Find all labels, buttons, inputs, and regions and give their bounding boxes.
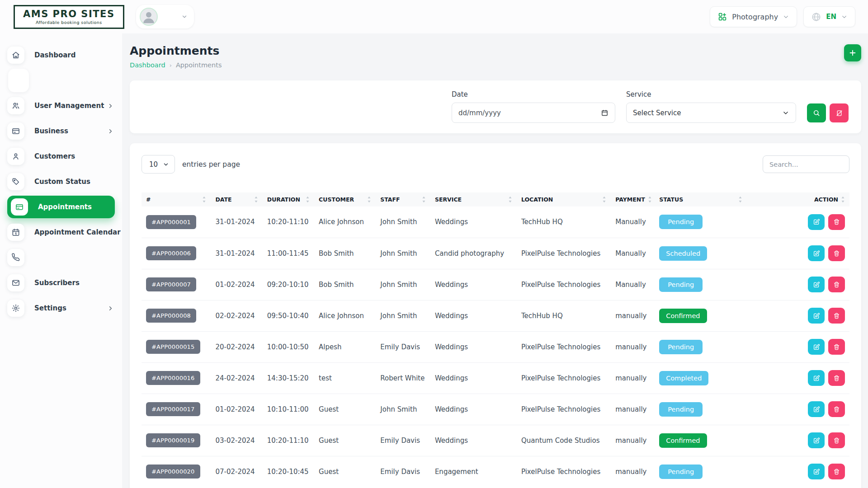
edit-button[interactable] <box>808 432 825 448</box>
chevron-down-icon <box>782 109 789 117</box>
edit-icon <box>813 375 820 382</box>
sidebar-item-subscribers[interactable]: Subscribers <box>0 270 122 296</box>
cell-id: #APP0000017 <box>142 394 211 425</box>
cell-payment: manually <box>611 331 655 362</box>
category-dropdown-label: Photography <box>732 13 778 21</box>
sidebar-item-settings[interactable]: Settings <box>0 296 122 321</box>
sidebar-item-custom-status[interactable]: Custom Status <box>0 169 122 194</box>
sidebar-item-appointments[interactable]: Appointments <box>7 196 115 218</box>
calendar-icon[interactable] <box>601 109 609 117</box>
column-header-service[interactable]: SERVICE <box>430 192 517 206</box>
trash-icon <box>833 406 840 413</box>
cell-payment: manually <box>611 300 655 331</box>
service-field: Service Select Service <box>626 90 796 123</box>
delete-button[interactable] <box>828 308 845 324</box>
user-menu[interactable] <box>136 5 194 28</box>
column-header-staff[interactable]: STAFF <box>376 192 430 206</box>
add-appointment-button[interactable] <box>844 44 861 61</box>
delete-button[interactable] <box>828 432 845 448</box>
cell-actions <box>747 425 849 456</box>
delete-button[interactable] <box>828 401 845 417</box>
cell-service: Weddings <box>430 269 517 300</box>
appointment-id-badge: #APP0000020 <box>146 465 200 479</box>
language-dropdown[interactable]: EN <box>803 6 855 27</box>
table-search-input[interactable] <box>763 155 849 173</box>
edit-icon <box>813 218 820 225</box>
edit-button[interactable] <box>808 401 825 417</box>
trash-icon <box>833 468 840 475</box>
appointment-id-badge: #APP000008 <box>146 309 196 323</box>
trash-icon <box>833 343 840 351</box>
sidebar-item-contacts[interactable]: Contacts <box>0 245 122 270</box>
edit-button[interactable] <box>808 339 825 355</box>
column-header-payment[interactable]: PAYMENT <box>611 192 655 206</box>
cell-actions <box>747 269 849 300</box>
breadcrumb-dashboard-link[interactable]: Dashboard <box>130 61 165 69</box>
table-row: #APP000001520-02-202410:00-10:50AlpeshEm… <box>142 331 849 362</box>
edit-icon <box>813 437 820 444</box>
cell-location: PixelPulse Technologies <box>517 269 611 300</box>
edit-button[interactable] <box>808 464 825 479</box>
plus-icon <box>848 48 857 57</box>
language-dropdown-label: EN <box>826 13 836 21</box>
status-badge: Scheduled <box>659 246 707 261</box>
cell-customer: Bob Smith <box>314 269 376 300</box>
cell-service: Weddings <box>430 331 517 362</box>
mail-icon <box>7 274 24 291</box>
cell-id: #APP0000015 <box>142 331 211 362</box>
cell-actions <box>747 394 849 425</box>
column-header-location[interactable]: LOCATION <box>517 192 611 206</box>
cell-location: TechHub HQ <box>517 206 611 238</box>
service-select-value: Select Service <box>633 109 681 117</box>
sidebar-item-customers[interactable]: Customers <box>0 144 122 169</box>
edit-button[interactable] <box>808 277 825 292</box>
sort-arrows-icon <box>738 196 742 203</box>
edit-button[interactable] <box>808 214 825 230</box>
cell-duration: 10:00-10:50 <box>263 331 314 362</box>
column-header-date[interactable]: DATE <box>211 192 262 206</box>
column-header-customer[interactable]: CUSTOMER <box>314 192 376 206</box>
appointment-id-badge: #APP0000016 <box>146 371 200 385</box>
table-row: #APP000001624-02-202414:30-15:20testRobe… <box>142 362 849 394</box>
table-row: #APP00000701-02-202409:20-10:10Bob Smith… <box>142 269 849 300</box>
column-header-duration[interactable]: DURATION <box>263 192 314 206</box>
table-body: #APP00000131-01-202410:20-11:10Alice Joh… <box>142 206 849 487</box>
filter-search-button[interactable] <box>807 103 826 122</box>
category-dropdown[interactable]: Photography <box>710 6 797 27</box>
table-row: #APP000002007-02-202410:20-10:45GuestEmi… <box>142 456 849 487</box>
sidebar-item-appointment-calendar[interactable]: Appointment Calendar <box>0 220 122 245</box>
delete-button[interactable] <box>828 370 845 386</box>
column-header-status[interactable]: STATUS <box>655 192 747 206</box>
page-title: Appointments <box>130 44 222 57</box>
column-header-action[interactable]: ACTION <box>747 192 849 206</box>
sidebar-item-label: Settings <box>34 304 66 312</box>
cell-date: 24-02-2024 <box>211 362 262 394</box>
edit-button[interactable] <box>808 370 825 386</box>
delete-button[interactable] <box>828 464 845 479</box>
sidebar-item-dashboard[interactable]: Dashboard <box>0 42 122 68</box>
edit-button[interactable] <box>808 308 825 324</box>
delete-button[interactable] <box>828 277 845 292</box>
delete-button[interactable] <box>828 245 845 261</box>
cell-date: 02-02-2024 <box>211 300 262 331</box>
entries-per-page-select[interactable]: 10 <box>142 155 175 174</box>
date-input[interactable]: dd/mm/yyyy <box>452 103 615 123</box>
chevron-down-icon <box>181 14 188 20</box>
sidebar-item-user-management[interactable]: User Management <box>0 93 122 118</box>
sidebar-item-label: Business <box>34 127 68 135</box>
cell-payment: manually <box>611 394 655 425</box>
service-select[interactable]: Select Service <box>626 103 796 123</box>
delete-button[interactable] <box>828 214 845 230</box>
cell-staff: John Smith <box>376 394 430 425</box>
cell-payment: manually <box>611 362 655 394</box>
column-header-[interactable]: # <box>142 192 211 206</box>
edit-button[interactable] <box>808 245 825 261</box>
filter-clear-button[interactable] <box>830 103 849 122</box>
sidebar-item-business[interactable]: Business <box>0 118 122 144</box>
table-controls: 10 entries per page <box>142 155 849 174</box>
edit-icon <box>813 312 820 319</box>
sidebar-item-label: User Management <box>34 102 104 110</box>
delete-button[interactable] <box>828 339 845 355</box>
cell-date: 20-02-2024 <box>211 331 262 362</box>
cell-staff: Emily Davis <box>376 456 430 487</box>
